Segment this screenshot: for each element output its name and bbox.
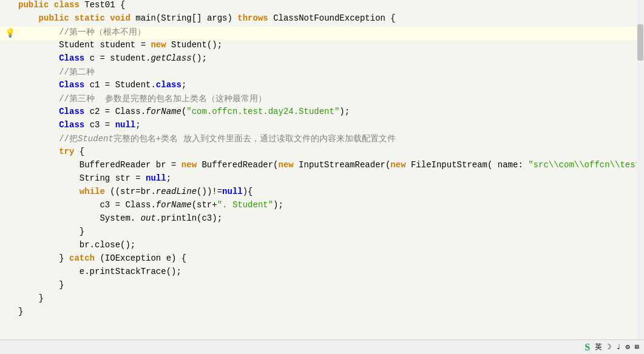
- scrollbar-vertical[interactable]: [637, 0, 644, 346]
- code-line-3: 💡 //第一种（根本不用）: [0, 27, 644, 40]
- status-bar: S 英 ☽ ♩ ⚙ ⊞: [0, 339, 644, 354]
- code-line-14: String str = null;: [0, 173, 644, 187]
- code-line-8: //第三种 参数是完整的包名加上类名（这种最常用）: [0, 93, 644, 107]
- gear-icon: ⚙: [626, 342, 630, 352]
- status-windows[interactable]: ⊞: [635, 342, 639, 352]
- keyword-public: public: [18, 0, 49, 10]
- code-line-19: br.close();: [0, 240, 644, 253]
- code-line-5: Class c = student.getClass();: [0, 53, 644, 67]
- editor-container: public class Test01 { public static void…: [0, 0, 644, 354]
- code-line-15: while ((str=br.readLine())!=null){: [0, 187, 644, 200]
- code-line-17: System. out.println(c3);: [0, 213, 644, 227]
- lightbulb-icon[interactable]: 💡: [5, 28, 15, 38]
- code-line-18: }: [0, 227, 644, 240]
- status-music[interactable]: ♩: [616, 342, 620, 352]
- moon-icon: ☽: [607, 342, 611, 352]
- code-line-20: } catch (IOException e) {: [0, 253, 644, 267]
- code-line-21: e.printStackTrace();: [0, 267, 644, 280]
- code-line-24: }: [0, 307, 644, 320]
- status-s-icon: S: [585, 342, 590, 353]
- code-line-13: BufferedReader br = new BufferedReader(n…: [0, 160, 644, 173]
- code-area[interactable]: public class Test01 { public static void…: [0, 0, 644, 346]
- code-line-2: public static void main(String[] args) t…: [0, 13, 644, 27]
- code-line-4: Student student = new Student();: [0, 40, 644, 53]
- code-line-1: public class Test01 {: [0, 0, 644, 13]
- windows-icon: ⊞: [635, 342, 639, 352]
- code-line-12: try {: [0, 147, 644, 160]
- code-line-22: }: [0, 280, 644, 293]
- status-lang[interactable]: 英: [595, 342, 602, 352]
- code-line-7: Class c1 = Student.class;: [0, 80, 644, 93]
- code-line-9: Class c2 = Class.forName("com.offcn.test…: [0, 107, 644, 120]
- code-line-11: //把Student完整的包名+类名 放入到文件里面去，通过读取文件的内容来加载…: [0, 133, 644, 147]
- code-line-23: }: [0, 293, 644, 307]
- music-icon: ♩: [616, 342, 620, 352]
- lang-label: 英: [595, 342, 602, 352]
- code-line-10: Class c3 = null;: [0, 120, 644, 133]
- code-line-6: //第二种: [0, 67, 644, 80]
- status-gear[interactable]: ⚙: [626, 342, 630, 352]
- code-line-16: c3 = Class.forName(str+". Student");: [0, 200, 644, 213]
- keyword-class: class: [54, 0, 80, 10]
- scrollbar-thumb[interactable]: [637, 24, 643, 61]
- status-moon[interactable]: ☽: [607, 342, 611, 352]
